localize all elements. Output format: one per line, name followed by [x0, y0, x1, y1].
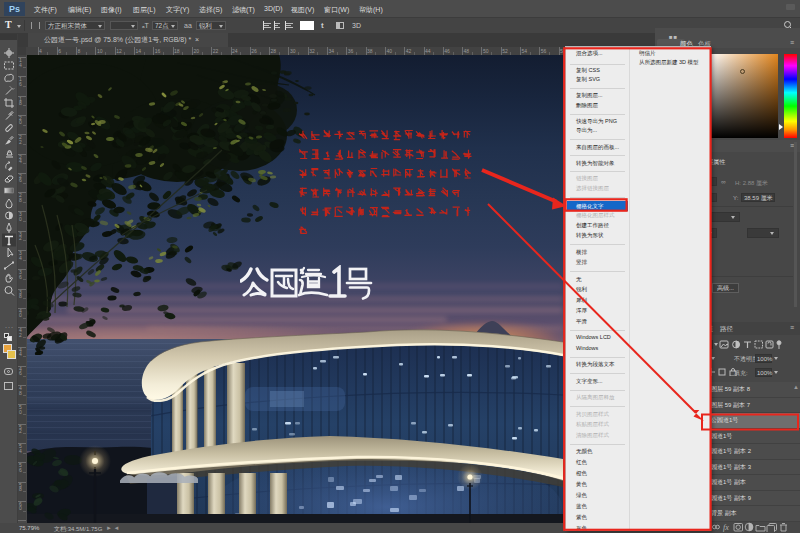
svg-text:fx: fx	[723, 523, 729, 532]
